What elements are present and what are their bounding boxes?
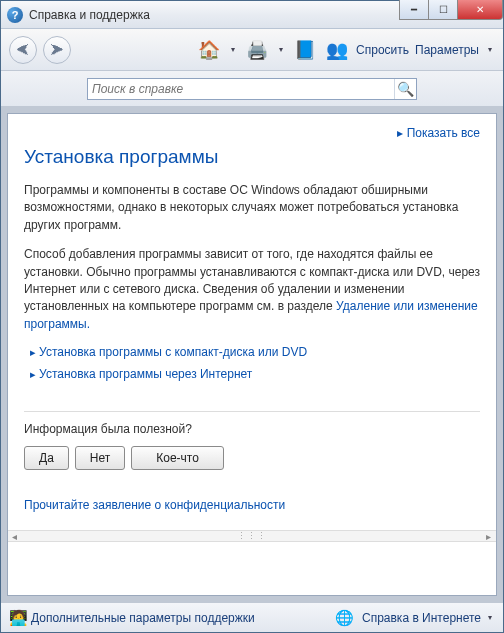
scroll-right-icon[interactable]: ▸ — [486, 531, 492, 542]
ask-link[interactable]: Спросить — [356, 43, 409, 57]
search-row: 🔍 — [1, 71, 503, 107]
titlebar: ? Справка и поддержка ━ ☐ ✕ — [1, 1, 503, 29]
search-input[interactable] — [88, 79, 394, 99]
expander-cd-dvd[interactable]: Установка программы с компакт-диска или … — [30, 345, 480, 359]
scroll-left-icon[interactable]: ◂ — [12, 531, 18, 542]
paragraph-2: Способ добавления программы зависит от т… — [24, 246, 480, 333]
back-button[interactable]: ⮜ — [9, 36, 37, 64]
footer: 🧑‍💻 Дополнительные параметры поддержки 🌐… — [1, 602, 503, 632]
search-icon[interactable]: 🔍 — [394, 79, 416, 99]
divider — [24, 411, 480, 412]
feedback-yes-button[interactable]: Да — [24, 446, 69, 470]
show-all-link[interactable]: Показать все — [24, 126, 480, 140]
footer-left-link[interactable]: Дополнительные параметры поддержки — [31, 611, 255, 625]
footer-right-link[interactable]: Справка в Интернете — [362, 611, 481, 625]
expander-internet[interactable]: Установка программы через Интернет — [30, 367, 480, 381]
feedback-question: Информация была полезной? — [24, 422, 480, 436]
close-button[interactable]: ✕ — [457, 0, 503, 20]
home-icon[interactable]: 🏠 — [196, 37, 222, 63]
chevron-down-icon[interactable]: ▾ — [485, 45, 495, 54]
print-icon[interactable]: 🖨️ — [244, 37, 270, 63]
support-options-icon: 🧑‍💻 — [9, 609, 27, 627]
chevron-down-icon[interactable]: ▾ — [485, 613, 495, 622]
window-title: Справка и поддержка — [29, 8, 150, 22]
search-box: 🔍 — [87, 78, 417, 100]
page-title: Установка программы — [24, 146, 480, 168]
paragraph-1: Программы и компоненты в составе ОС Wind… — [24, 182, 480, 234]
horizontal-scrollbar[interactable]: ◂ ⋮⋮⋮ ▸ — [8, 530, 496, 542]
privacy-link[interactable]: Прочитайте заявление о конфиденциальност… — [24, 498, 480, 512]
params-link[interactable]: Параметры — [415, 43, 479, 57]
minimize-button[interactable]: ━ — [399, 0, 429, 20]
content-area: Показать все Установка программы Програм… — [7, 113, 497, 596]
feedback-no-button[interactable]: Нет — [75, 446, 125, 470]
globe-icon: 🌐 — [336, 609, 354, 627]
chevron-down-icon[interactable]: ▾ — [228, 45, 238, 54]
browse-icon[interactable]: 📘 — [292, 37, 318, 63]
ask-icon[interactable]: 👥 — [324, 37, 350, 63]
forward-button[interactable]: ⮞ — [43, 36, 71, 64]
feedback-somewhat-button[interactable]: Кое-что — [131, 446, 224, 470]
maximize-button[interactable]: ☐ — [428, 0, 458, 20]
chevron-down-icon[interactable]: ▾ — [276, 45, 286, 54]
toolbar: ⮜ ⮞ 🏠 ▾ 🖨️ ▾ 📘 👥 Спросить Параметры ▾ — [1, 29, 503, 71]
help-icon: ? — [7, 7, 23, 23]
